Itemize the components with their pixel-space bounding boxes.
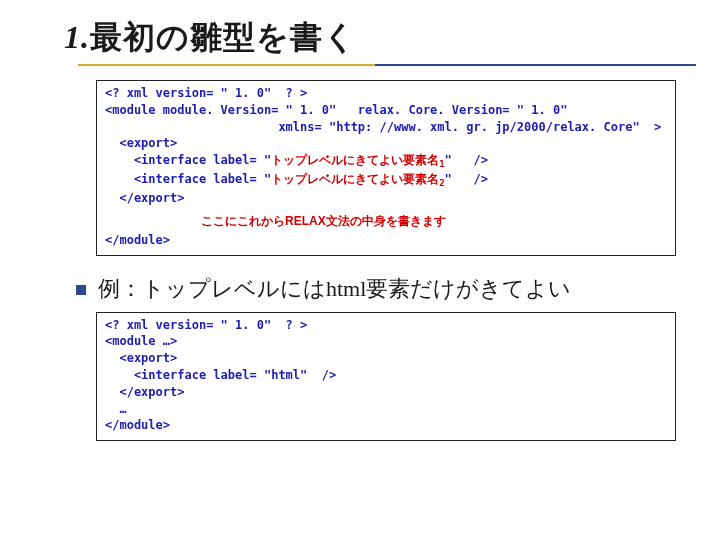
slide-title: 1.最初の雛型を書く	[18, 16, 702, 60]
code-block-example: <? xml version= " 1. 0" ? > <module …> <…	[96, 312, 676, 442]
code-line: <? xml version= " 1. 0" ? > <module modu…	[105, 85, 667, 207]
bullet-text: 例：トップレベルにはhtml要素だけがきてよい	[98, 274, 571, 304]
title-underline	[78, 64, 696, 66]
bullet-item: 例：トップレベルにはhtml要素だけがきてよい	[76, 274, 702, 304]
code-annotation: ここにこれからRELAX文法の中身を書きます	[105, 213, 667, 230]
slide: 1.最初の雛型を書く <? xml version= " 1. 0" ? > <…	[0, 0, 720, 451]
code-line: </module>	[105, 232, 667, 249]
title-text: 最初の雛型を書く	[90, 19, 357, 55]
code-line: <? xml version= " 1. 0" ? > <module …> <…	[105, 317, 667, 435]
title-number: 1.	[64, 19, 90, 55]
code-block-template: <? xml version= " 1. 0" ? > <module modu…	[96, 80, 676, 256]
bullet-icon	[76, 285, 86, 295]
